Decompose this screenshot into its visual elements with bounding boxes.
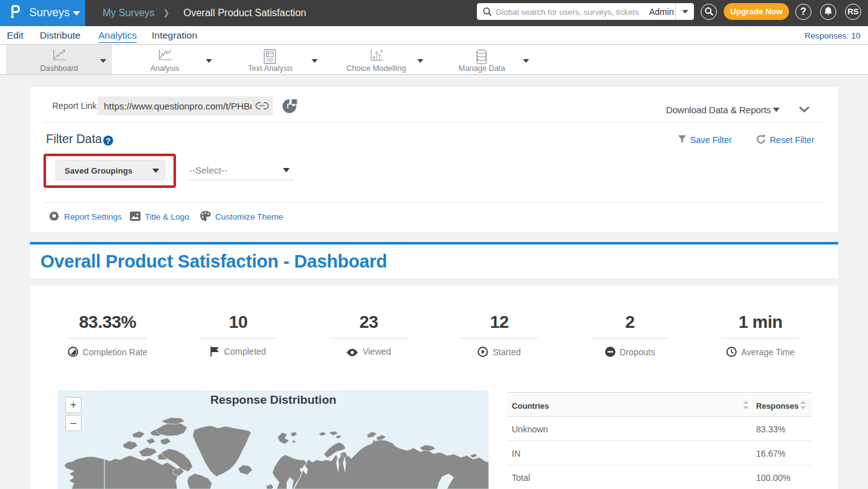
svg-text:?: ?	[106, 137, 110, 146]
